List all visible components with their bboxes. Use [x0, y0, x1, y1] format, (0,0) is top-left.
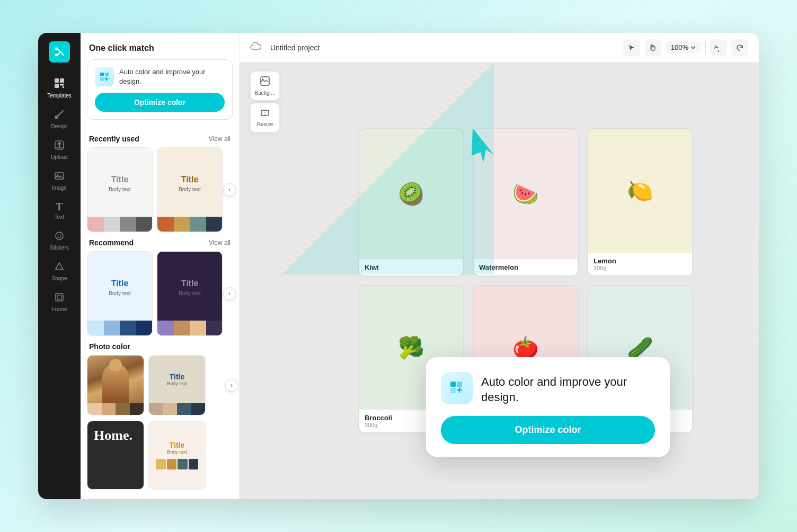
recommend-title: Recommend [89, 238, 134, 247]
recently-used-arrow[interactable]: › [223, 183, 236, 196]
shape-label: Shape [52, 276, 67, 281]
shape-icon [54, 261, 65, 273]
svg-rect-24 [450, 382, 456, 387]
sidebar-item-templates[interactable]: Templates [41, 73, 77, 103]
zoom-control[interactable]: 100% [666, 41, 701, 54]
card1-body: Body text [109, 187, 131, 192]
redo-button[interactable] [731, 39, 748, 56]
photo-card-body-text: Body text [167, 381, 187, 386]
pan-tool-button[interactable] [644, 39, 661, 56]
svg-point-14 [58, 235, 59, 236]
cloud-icon [250, 42, 262, 53]
template-card-1[interactable]: Title Body text [87, 147, 153, 232]
card2-title: Title [181, 175, 199, 184]
one-click-text: Auto color and improve your design. [119, 67, 225, 86]
app-window: Templates Design Upload [38, 33, 759, 499]
recommend-arrow[interactable]: › [223, 287, 236, 300]
big-tooltip: Auto color and improve your design. Opti… [426, 357, 670, 457]
stickers-icon [54, 230, 65, 243]
big-tooltip-icon [441, 372, 473, 404]
sidebar-item-stickers[interactable]: Stickers [41, 226, 77, 255]
recently-used-header: Recently used View all [81, 128, 239, 147]
project-title: Untitled project [270, 43, 615, 52]
recommend-header: Recommend View all [81, 232, 239, 251]
one-click-icon [95, 67, 114, 86]
rec-card2-body: Body text [179, 290, 201, 296]
recently-used-view-all[interactable]: View all [209, 135, 231, 143]
background-tool-button[interactable]: Backgr... [250, 71, 280, 101]
sidebar-item-shape[interactable]: Shape [41, 257, 77, 286]
background-label: Backgr... [255, 90, 276, 96]
svg-point-15 [60, 235, 61, 236]
sidebar-item-text[interactable]: T Text [41, 197, 77, 224]
svg-point-22 [262, 79, 264, 81]
recommend-card-2[interactable]: Title Body text [157, 251, 223, 336]
big-optimize-button[interactable]: Optimize color [441, 416, 655, 444]
svg-rect-16 [56, 294, 63, 301]
rec-card2-palette [157, 321, 222, 335]
sidebar-item-image[interactable]: Image [41, 166, 77, 195]
stickers-label: Stickers [50, 245, 69, 251]
photo-color-header: Photo color [81, 336, 239, 355]
recently-used-title: Recently used [89, 135, 139, 143]
canvas-area: Untitled project 100% [240, 33, 759, 499]
recommend-card-1[interactable]: Title Body text [87, 251, 153, 336]
photo-cards-row-2: Home. Title Body text [81, 421, 239, 490]
toolbar-right: 100% [623, 39, 748, 56]
title-palette-2 [155, 459, 199, 469]
sidebar: Templates Design Upload [38, 33, 81, 499]
templates-label: Templates [47, 93, 72, 99]
sidebar-item-upload[interactable]: Upload [41, 136, 77, 164]
svg-rect-26 [450, 388, 456, 393]
photo-card-title[interactable]: Title Body text [148, 355, 206, 415]
photo-cards-row: Title Body text › [81, 355, 239, 415]
template-card-2[interactable]: Title Body text [157, 147, 223, 232]
svg-point-13 [56, 232, 63, 240]
templates-icon [54, 77, 65, 91]
toolbar-divider [705, 41, 706, 54]
lemon-name: Lemon [594, 257, 687, 265]
svg-line-3 [58, 51, 61, 55]
svg-rect-20 [100, 77, 104, 81]
photo-color-arrow[interactable]: › [225, 379, 238, 392]
text-label: Text [55, 214, 64, 220]
recently-used-cards: Title Body text Title Body text [81, 147, 239, 232]
panel-header: One click match [81, 33, 239, 59]
design-label: Design [51, 123, 67, 129]
recommend-view-all[interactable]: View all [209, 239, 231, 246]
rec-card2-title: Title [181, 279, 199, 288]
photo-card-title-text: Title [170, 373, 185, 381]
svg-rect-8 [63, 86, 65, 88]
one-click-card: Auto color and improve your design. Opti… [87, 59, 233, 120]
title-card-2[interactable]: Title Body text [148, 421, 206, 490]
sidebar-item-design[interactable]: Design [41, 105, 77, 134]
svg-rect-6 [55, 84, 59, 88]
right-float-toolbar: Backgr... Resize [250, 71, 280, 132]
app-logo[interactable] [49, 41, 70, 63]
background-icon [260, 76, 270, 88]
select-tool-button[interactable] [623, 39, 640, 56]
top-toolbar: Untitled project 100% [240, 33, 759, 63]
resize-label: Resize [257, 121, 273, 127]
home-text-card[interactable]: Home. [87, 421, 144, 490]
card2-palette [157, 217, 222, 232]
title-card2-body: Body text [167, 449, 187, 455]
sidebar-item-frame[interactable]: Frame [41, 288, 77, 316]
photo-color-title: Photo color [89, 342, 130, 351]
optimize-color-button[interactable]: Optimize color [95, 93, 225, 112]
canvas-card-lemon[interactable]: 🍋 Lemon 200g [587, 128, 693, 277]
image-label: Image [52, 185, 67, 191]
photo-palette-1 [87, 403, 144, 415]
recommend-cards: Title Body text Title Body text [81, 251, 239, 336]
card1-title: Title [111, 175, 129, 184]
svg-rect-25 [457, 382, 462, 387]
upload-icon [54, 140, 65, 152]
card1-palette [87, 217, 152, 232]
photo-card-person[interactable] [87, 355, 144, 415]
resize-tool-button[interactable]: Resize [250, 103, 280, 132]
lemon-weight: 200g [594, 265, 687, 271]
home-title: Home. [94, 428, 132, 444]
rec-card1-title: Title [111, 279, 129, 288]
resize-icon [260, 108, 270, 120]
undo-button[interactable] [710, 39, 727, 56]
